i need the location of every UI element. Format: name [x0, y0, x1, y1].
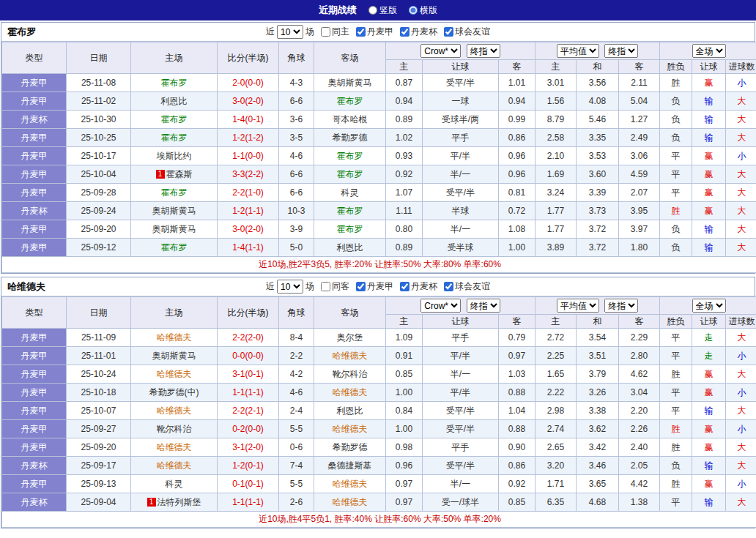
match-row: 丹麦甲25-11-09哈维德夫2-2(2-0)8-4奥尔堡1.09平手0.792…	[2, 329, 756, 347]
final-odds-select[interactable]: 终指	[467, 44, 500, 58]
league-type-cell: 丹麦甲	[2, 129, 67, 147]
same-venue-checkbox[interactable]: 同客	[316, 280, 349, 293]
avg-away-cell: 1.38	[619, 493, 660, 512]
final-odds-select-2[interactable]: 终指	[604, 299, 638, 313]
home-team-cell: 埃斯比约	[131, 147, 218, 165]
goals-cell: 小	[726, 147, 756, 165]
final-odds-select[interactable]: 终指	[467, 299, 500, 313]
avg-home-cell: 2.74	[536, 420, 577, 438]
vertical-radio[interactable]	[368, 6, 377, 15]
odds-away-cell: 0.81	[499, 184, 536, 202]
corner-cell: 4-6	[279, 384, 314, 402]
team-recent-results-block-1: 霍布罗 近 10 场 同主 丹麦甲 丹麦杯 球会友谊 类型 日期 主场 比分(半…	[1, 22, 755, 274]
odds-away-cell: 0.86	[499, 457, 536, 475]
friendly-checkbox[interactable]: 球会友谊	[440, 280, 490, 293]
goals-cell: 小	[726, 74, 756, 92]
date-cell: 25-09-04	[67, 493, 131, 512]
cup-checkbox[interactable]: 丹麦杯	[396, 26, 437, 38]
col-corner: 角球	[279, 42, 314, 74]
away-team-cell: 哥本哈根	[314, 111, 386, 129]
recent-count-select[interactable]: 10	[277, 280, 303, 294]
handicap-line-cell: 受平/半	[423, 74, 499, 92]
average-select[interactable]: 平均值	[557, 44, 599, 58]
red-card-badge: 1	[147, 498, 156, 507]
same-venue-checkbox[interactable]: 同主	[316, 26, 349, 38]
summary-row: 近10场,胜4平5负1, 胜率:40% 让胜率:60% 大率:50% 单率:20…	[2, 512, 756, 528]
match-row: 丹麦甲25-11-02利恩比3-0(2-0)6-6霍布罗0.94一球0.941.…	[2, 92, 756, 111]
avg-home-cell: 1.56	[536, 92, 577, 111]
home-team-cell: 哈维德夫	[131, 402, 218, 420]
result-cell: 负	[660, 111, 692, 129]
odds-home-cell: 0.89	[386, 239, 423, 257]
avg-away-cell: 2.05	[619, 457, 660, 475]
bookmaker-select[interactable]: Crow*	[420, 299, 461, 313]
corner-cell: 8-4	[279, 329, 314, 347]
odds-away-cell: 0.92	[499, 475, 536, 493]
avg-home-cell: 3.89	[536, 239, 577, 257]
league-checkbox[interactable]: 丹麦甲	[352, 280, 393, 293]
date-cell: 25-10-25	[67, 129, 131, 147]
matches-label: 场	[305, 280, 314, 293]
match-row: 丹麦甲25-10-17埃斯比约1-1(0-0)4-6霍布罗0.93平/半0.96…	[2, 147, 756, 165]
friendly-checkbox[interactable]: 球会友谊	[440, 26, 490, 38]
final-odds-select-2[interactable]: 终指	[604, 44, 638, 58]
scope-select[interactable]: 全场	[692, 299, 726, 313]
goals-cell: 大	[726, 329, 756, 347]
handicap-line-cell: 半/一	[423, 220, 499, 239]
bookmaker-select[interactable]: Crow*	[420, 44, 461, 58]
goals-cell: 大	[726, 493, 756, 512]
handicap-line-cell: 平手	[423, 438, 499, 457]
handicap-line-cell: 半球	[423, 202, 499, 220]
handicap-result-cell: 走	[692, 329, 726, 347]
odds-away-cell: 0.94	[499, 92, 536, 111]
handicap-line-cell: 受平/半	[423, 457, 499, 475]
score-cell: 2-2(2-1)	[218, 402, 279, 420]
corner-cell: 5-5	[279, 420, 314, 438]
horizontal-radio[interactable]	[409, 6, 418, 15]
date-cell: 25-10-04	[67, 165, 131, 184]
col-away: 客场	[314, 42, 386, 74]
avg-draw-cell: 3.35	[577, 129, 619, 147]
home-team-cell: 希勤罗德(中)	[131, 384, 218, 402]
horizontal-radio-label: 横版	[420, 4, 437, 17]
average-select[interactable]: 平均值	[557, 299, 599, 313]
handicap-result-cell: 赢	[692, 384, 726, 402]
scope-select[interactable]: 全场	[692, 44, 726, 58]
date-cell: 25-10-17	[67, 147, 131, 165]
away-team-cell: 希勤罗德	[314, 438, 386, 457]
away-team-cell: 哈维德夫	[314, 420, 386, 438]
score-cell: 1-2(1-2)	[218, 129, 279, 147]
league-checkbox[interactable]: 丹麦甲	[352, 26, 393, 38]
handicap-result-cell: 赢	[692, 438, 726, 457]
col-odds-handicap: 让球	[423, 60, 499, 74]
col-odds-home: 主	[386, 60, 423, 74]
league-type-cell: 丹麦甲	[2, 239, 67, 257]
cup-checkbox[interactable]: 丹麦杯	[396, 280, 437, 293]
avg-away-cell: 3.97	[619, 220, 660, 239]
date-cell: 25-11-02	[67, 92, 131, 111]
home-team-cell: 奥胡斯黄马	[131, 220, 218, 239]
date-cell: 25-09-12	[67, 239, 131, 257]
handicap-result-cell: 赢	[692, 475, 726, 493]
away-team-cell: 靴尔科治	[314, 365, 386, 384]
goals-cell: 小	[726, 420, 756, 438]
layout-radio-vertical[interactable]: 竖版	[368, 4, 397, 17]
avg-away-cell: 3.95	[619, 202, 660, 220]
home-team-cell: 霍布罗	[131, 111, 218, 129]
league-type-cell: 丹麦甲	[2, 347, 67, 365]
col-handicap-result: 让球	[692, 315, 726, 329]
match-row: 丹麦甲25-10-041霍森斯3-3(2-2)6-6霍布罗0.92半/一0.96…	[2, 165, 756, 184]
recent-count-select[interactable]: 10	[277, 25, 303, 39]
avg-draw-cell: 4.08	[577, 92, 619, 111]
date-cell: 25-10-18	[67, 384, 131, 402]
bookmaker-filter-cell: Crow* 终指	[386, 297, 536, 315]
score-cell: 0-1(0-1)	[218, 475, 279, 493]
date-cell: 25-09-20	[67, 438, 131, 457]
match-row: 丹麦甲25-11-01奥胡斯黄马0-0(0-0)2-2哈维德夫0.91平/半0.…	[2, 347, 756, 365]
away-team-cell: 希勤罗德	[314, 129, 386, 147]
layout-radio-horizontal[interactable]: 横版	[409, 4, 437, 17]
goals-cell: 大	[726, 111, 756, 129]
handicap-result-cell: 走	[692, 347, 726, 365]
away-team-cell: 桑德捷斯基	[314, 457, 386, 475]
match-row: 丹麦甲25-09-28霍布罗2-2(1-0)6-6科灵1.07受平/半0.813…	[2, 184, 756, 202]
